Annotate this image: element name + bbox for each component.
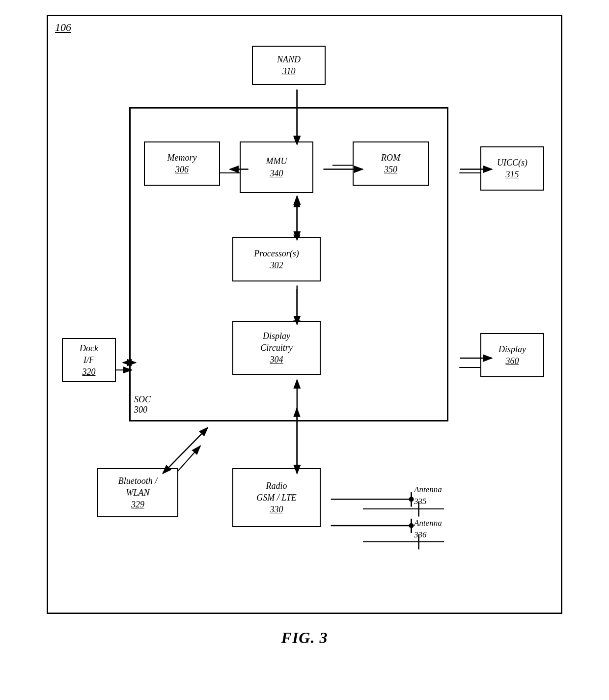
- display-circuitry-num: 304: [270, 354, 283, 365]
- display-circuitry-label: DisplayCircuitry: [260, 330, 292, 354]
- dock-label: DockI/F: [80, 342, 98, 366]
- soc-label: SOC 300: [134, 394, 151, 415]
- bluetooth-num: 329: [131, 499, 144, 510]
- bluetooth-box: Bluetooth /WLAN 329: [97, 468, 178, 517]
- dock-num: 320: [83, 366, 96, 378]
- dock-box: DockI/F 320: [62, 338, 116, 382]
- nand-box: NAND 310: [252, 46, 326, 85]
- diagram-container: 106: [47, 15, 562, 614]
- memory-label: Memory: [167, 152, 197, 164]
- rom-num: 350: [384, 164, 397, 175]
- radio-label: RadioGSM / LTE: [256, 480, 297, 504]
- nand-num: 310: [282, 65, 296, 77]
- bluetooth-label: Bluetooth /WLAN: [118, 475, 158, 499]
- rom-label: ROM: [381, 152, 400, 164]
- display-label: Display: [498, 343, 526, 355]
- mmu-num: 340: [270, 168, 283, 179]
- nand-label: NAND: [277, 54, 301, 65]
- rom-box: ROM 350: [353, 141, 429, 186]
- svg-line-29: [163, 428, 208, 474]
- uicc-box: UICC(s) 315: [480, 146, 544, 191]
- memory-box: Memory 306: [144, 141, 220, 186]
- antenna1-label: Antenna 335: [414, 484, 442, 507]
- memory-num: 306: [175, 164, 189, 175]
- diagram-ref-label: 106: [55, 21, 71, 34]
- svg-point-34: [409, 497, 414, 502]
- radio-num: 330: [270, 504, 283, 515]
- mmu-box: MMU 340: [240, 141, 313, 193]
- mmu-label: MMU: [266, 155, 287, 167]
- figure-label: FIG. 3: [281, 629, 328, 647]
- processor-label: Processor(s): [254, 248, 299, 259]
- radio-box: RadioGSM / LTE 330: [232, 468, 321, 527]
- processor-box: Processor(s) 302: [232, 237, 321, 281]
- uicc-label: UICC(s): [497, 157, 527, 168]
- processor-num: 302: [270, 259, 283, 271]
- display-circuitry-box: DisplayCircuitry 304: [232, 321, 321, 375]
- svg-point-37: [409, 523, 414, 528]
- antenna2-label: Antenna 336: [414, 517, 442, 541]
- uicc-num: 315: [506, 168, 519, 180]
- display-box: Display 360: [480, 333, 544, 377]
- display-num: 360: [506, 355, 519, 367]
